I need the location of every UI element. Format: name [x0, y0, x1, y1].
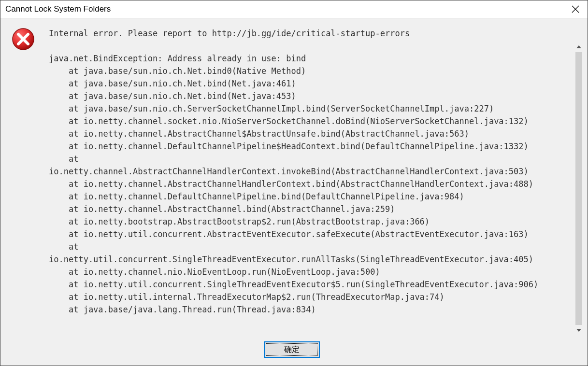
error-icon: [11, 27, 35, 53]
ok-button[interactable]: 确定: [264, 341, 320, 358]
close-button[interactable]: [569, 3, 582, 15]
dialog-title: Cannot Lock System Folders: [5, 4, 111, 14]
vertical-scrollbar[interactable]: [574, 42, 584, 335]
scroll-down-arrow-icon[interactable]: [574, 326, 583, 335]
message-viewport: Internal error. Please report to http://…: [49, 27, 572, 322]
dialog-titlebar: Cannot Lock System Folders: [0, 0, 588, 18]
dialog-body: Internal error. Please report to http://…: [0, 18, 588, 366]
scroll-track[interactable]: [575, 52, 582, 325]
error-message-text: Internal error. Please report to http://…: [49, 27, 572, 316]
content-row: Internal error. Please report to http://…: [11, 27, 572, 335]
scroll-thumb[interactable]: [575, 52, 582, 325]
button-row: 确定: [11, 335, 572, 358]
scroll-up-arrow-icon[interactable]: [574, 42, 583, 51]
close-icon: [572, 5, 579, 13]
